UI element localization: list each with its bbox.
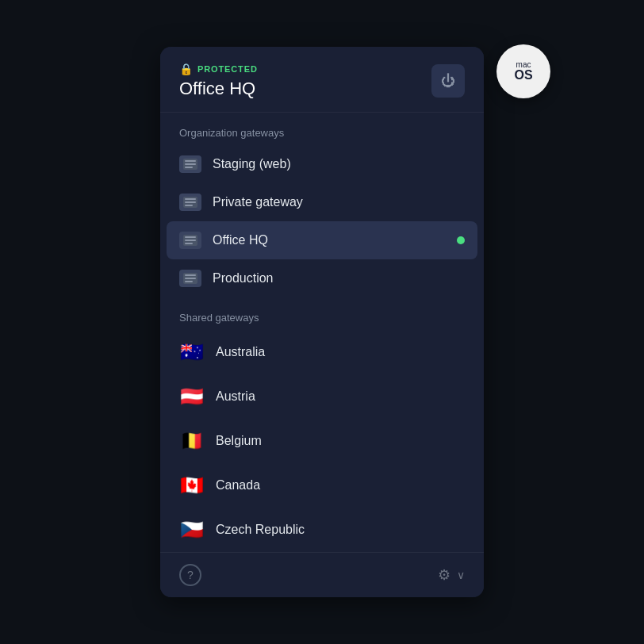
panel-header: 🔒 PROTECTED Office HQ ⏻: [160, 47, 484, 113]
active-indicator: [457, 236, 465, 244]
country-austria[interactable]: 🇦🇹 Austria: [160, 374, 484, 419]
country-australia[interactable]: 🇦🇺 Australia: [160, 330, 484, 374]
vpn-panel: 🔒 PROTECTED Office HQ ⏻ Organization gat…: [160, 47, 484, 597]
svg-rect-11: [185, 243, 193, 244]
org-gateways-label: Organization gateways: [160, 113, 484, 145]
svg-rect-15: [185, 281, 193, 282]
country-austria-name: Austria: [216, 389, 255, 404]
svg-rect-7: [185, 205, 193, 206]
svg-rect-10: [185, 240, 196, 241]
help-icon: ?: [187, 569, 194, 581]
svg-rect-13: [185, 274, 196, 276]
protected-row: 🔒 PROTECTED: [179, 63, 258, 75]
svg-rect-2: [185, 163, 196, 165]
country-czech-name: Czech Republic: [216, 523, 305, 537]
svg-rect-5: [185, 198, 196, 200]
lock-icon: 🔒: [179, 63, 193, 75]
flag-czech: 🇨🇿: [179, 519, 205, 541]
gateway-private[interactable]: Private gateway: [160, 183, 484, 221]
macos-badge-bottom: OS: [514, 69, 532, 82]
country-belgium[interactable]: 🇧🇪 Belgium: [160, 419, 484, 463]
svg-rect-14: [185, 278, 196, 279]
gateway-office-name: Office HQ: [213, 233, 446, 247]
gateway-production-name: Production: [213, 271, 465, 286]
flag-austria: 🇦🇹: [179, 385, 205, 408]
gateway-office-hq[interactable]: Office HQ: [167, 221, 477, 259]
flag-australia: 🇦🇺: [179, 341, 205, 363]
country-canada[interactable]: 🇨🇦 Canada: [160, 463, 484, 508]
gateway-icon: [179, 155, 201, 173]
shared-gateways-label: Shared gateways: [160, 297, 484, 330]
panel-footer: ? ⚙ ∨: [160, 552, 484, 597]
screen-container: 🔒 PROTECTED Office HQ ⏻ Organization gat…: [0, 0, 644, 644]
gateway-icon-production: [179, 270, 201, 287]
help-button[interactable]: ?: [179, 564, 201, 586]
settings-icon[interactable]: ⚙: [438, 566, 450, 584]
gateway-icon-office: [179, 232, 201, 249]
header-left: 🔒 PROTECTED Office HQ: [179, 63, 258, 99]
gateway-icon-private: [179, 194, 201, 211]
country-canada-name: Canada: [216, 478, 260, 493]
svg-rect-9: [185, 236, 196, 238]
footer-right: ⚙ ∨: [438, 566, 465, 584]
gateway-production[interactable]: Production: [160, 259, 484, 297]
flag-canada: 🇨🇦: [179, 474, 205, 496]
flag-belgium: 🇧🇪: [179, 430, 205, 452]
power-button[interactable]: ⏻: [431, 64, 465, 98]
svg-rect-1: [185, 160, 196, 162]
country-belgium-name: Belgium: [216, 434, 262, 448]
svg-rect-3: [185, 167, 193, 168]
gateway-staging-name: Staging (web): [213, 157, 465, 171]
protected-status: PROTECTED: [197, 64, 258, 74]
connection-name: Office HQ: [179, 79, 258, 99]
chevron-down-icon[interactable]: ∨: [457, 569, 465, 581]
country-australia-name: Australia: [216, 345, 265, 359]
country-czech-republic[interactable]: 🇨🇿 Czech Republic: [160, 508, 484, 552]
gateway-staging[interactable]: Staging (web): [160, 145, 484, 183]
svg-rect-6: [185, 201, 196, 203]
macos-badge: mac OS: [496, 44, 550, 98]
gateway-private-name: Private gateway: [213, 195, 465, 209]
power-icon: ⏻: [441, 73, 455, 90]
